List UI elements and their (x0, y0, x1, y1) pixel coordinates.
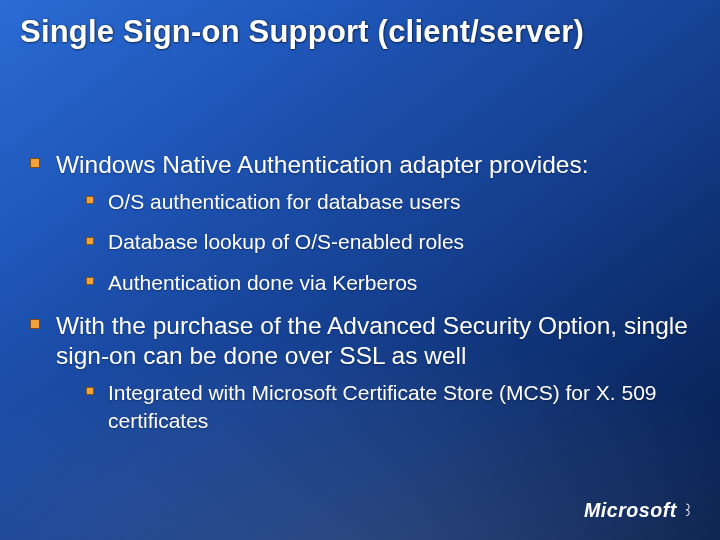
bullet-sublist: O/S authentication for database users Da… (56, 188, 690, 297)
bullet-icon (30, 158, 40, 168)
list-item-label: Database lookup of O/S-enabled roles (108, 230, 464, 253)
list-item-label: O/S authentication for database users (108, 190, 461, 213)
svg-rect-3 (86, 278, 93, 285)
list-item-label: Windows Native Authentication adapter pr… (56, 151, 589, 178)
list-item-label: Authentication done via Kerberos (108, 271, 417, 294)
list-item-label: With the purchase of the Advanced Securi… (56, 312, 688, 369)
list-item: Integrated with Microsoft Certificate St… (86, 379, 690, 436)
slide-title: Single Sign-on Support (client/server) (20, 14, 700, 50)
list-item: Database lookup of O/S-enabled roles (86, 228, 690, 256)
bullet-icon (86, 387, 94, 395)
list-item: Authentication done via Kerberos (86, 269, 690, 297)
svg-rect-4 (31, 320, 40, 329)
bullet-icon (30, 319, 40, 329)
slide-body: Windows Native Authentication adapter pr… (30, 150, 690, 449)
slide: Single Sign-on Support (client/server) W… (0, 0, 720, 540)
svg-rect-0 (31, 159, 40, 168)
svg-rect-5 (86, 388, 93, 395)
svg-rect-2 (86, 237, 93, 244)
list-item: With the purchase of the Advanced Securi… (30, 311, 690, 435)
list-item: O/S authentication for database users (86, 188, 690, 216)
list-item-label: Integrated with Microsoft Certificate St… (108, 381, 657, 432)
bullet-icon (86, 277, 94, 285)
brand-logo: Microsoft (584, 500, 702, 526)
bullet-icon (86, 196, 94, 204)
bullet-icon (86, 237, 94, 245)
bullet-list: Windows Native Authentication adapter pr… (30, 150, 690, 435)
list-item: Windows Native Authentication adapter pr… (30, 150, 690, 297)
svg-rect-1 (86, 197, 93, 204)
bullet-sublist: Integrated with Microsoft Certificate St… (56, 379, 690, 436)
brand-text: Microsoft (584, 500, 678, 521)
